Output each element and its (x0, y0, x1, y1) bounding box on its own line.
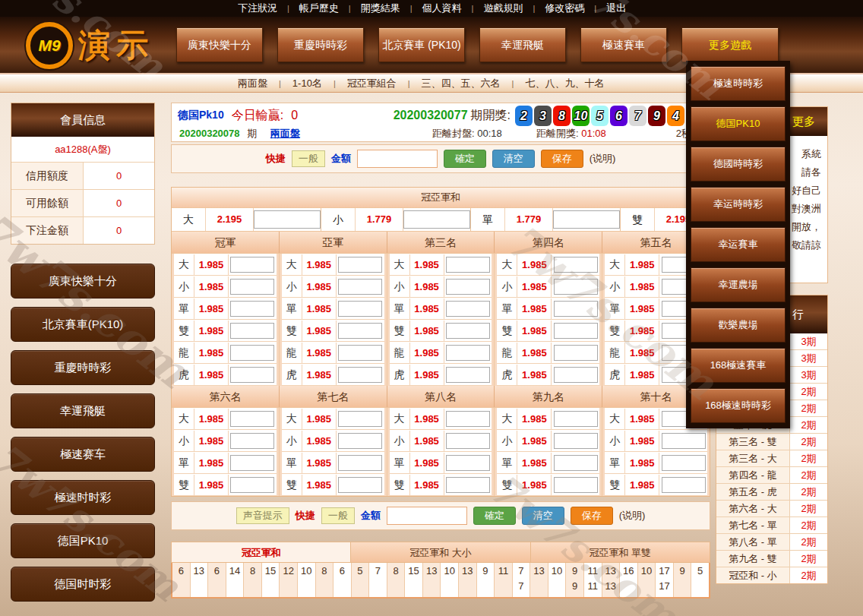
bet-amount-input[interactable] (338, 433, 382, 449)
bet-amount-input[interactable] (554, 301, 598, 317)
bet-amount-input[interactable] (338, 477, 382, 493)
sound-hint-button[interactable]: 声音提示 (236, 507, 289, 524)
amount-input[interactable] (357, 150, 438, 168)
sidebar-game-button[interactable]: 極速赛车 (11, 437, 155, 472)
bet-amount-input[interactable] (230, 433, 274, 449)
top-menu-item[interactable]: 下注狀況 (228, 2, 287, 15)
bet-amount-input[interactable] (662, 455, 706, 471)
dropdown-game-item[interactable]: 德國時時彩 (691, 147, 786, 182)
dropdown-game-item[interactable]: 幸运時時彩 (691, 187, 786, 222)
bet-amount-input[interactable] (230, 279, 274, 295)
sub-nav-item[interactable]: 三、四、五、六名 (410, 77, 512, 90)
bet-amount-input[interactable] (554, 345, 598, 361)
trend-tab[interactable]: 冠亞軍和 單雙 (531, 542, 710, 563)
bet-amount-input[interactable] (338, 301, 382, 317)
sidebar-game-button[interactable]: 幸運飛艇 (11, 393, 155, 428)
trend-tab[interactable]: 冠亞軍和 (171, 542, 351, 563)
bet-amount-input[interactable] (554, 433, 598, 449)
bet-amount-input[interactable] (403, 210, 470, 229)
bet-amount-input[interactable] (662, 433, 706, 449)
board-type-link[interactable]: 兩面盤 (270, 128, 300, 139)
bet-amount-input[interactable] (554, 411, 598, 427)
header-game-button[interactable]: 幸運飛艇 (479, 27, 566, 62)
bet-odds: 1.985 (194, 299, 229, 319)
amount-input[interactable] (387, 507, 467, 525)
header-game-button[interactable]: 更多遊戲 (681, 27, 779, 62)
bet-amount-input[interactable] (554, 455, 598, 471)
bet-amount-input[interactable] (554, 477, 598, 493)
dropdown-game-item[interactable]: 幸運農場 (691, 267, 786, 302)
bet-amount-input[interactable] (446, 279, 490, 295)
dropdown-game-item[interactable]: 168極速時時彩 (691, 388, 786, 423)
clear-button[interactable]: 清空 (522, 507, 564, 525)
sub-nav-item[interactable]: 兩面盤 (226, 77, 279, 90)
bet-amount-input[interactable] (230, 301, 274, 317)
bet-amount-input[interactable] (338, 279, 382, 295)
bet-amount-input[interactable] (446, 345, 490, 361)
bet-amount-input[interactable] (446, 411, 490, 427)
bet-amount-input[interactable] (338, 345, 382, 361)
header-game-button[interactable]: 北京賽車 (PK10) (378, 27, 465, 62)
sidebar-game-button[interactable]: 極速时时彩 (11, 480, 155, 515)
top-menu-item[interactable]: 修改密碼 (535, 2, 594, 15)
bet-amount-input[interactable] (230, 455, 274, 471)
bet-amount-input[interactable] (554, 279, 598, 295)
bet-amount-input[interactable] (446, 301, 490, 317)
sidebar-game-button[interactable]: 北京賽車(PK10) (11, 307, 155, 342)
bet-amount-input[interactable] (338, 323, 382, 339)
sidebar-game-button[interactable]: 重慶時時彩 (11, 350, 155, 385)
save-button[interactable]: 保存 (541, 150, 583, 168)
dropdown-game-item[interactable]: 德国PK10 (691, 106, 786, 141)
bet-amount-input[interactable] (230, 477, 274, 493)
trend-number: 7 (369, 564, 387, 579)
sidebar-game-button[interactable]: 德国时时彩 (11, 567, 155, 602)
dropdown-game-item[interactable]: 歡樂農場 (691, 308, 786, 343)
sidebar-game-button[interactable]: 廣東快樂十分 (11, 264, 155, 299)
bet-amount-input[interactable] (446, 455, 490, 471)
save-button[interactable]: 保存 (571, 507, 613, 525)
bet-amount-input[interactable] (230, 367, 274, 383)
bet-amount-input[interactable] (230, 257, 274, 273)
bet-amount-input[interactable] (338, 455, 382, 471)
top-menu-item[interactable]: 個人資料 (413, 2, 472, 15)
bet-amount-input[interactable] (230, 411, 274, 427)
top-menu-item[interactable]: 遊戲規則 (473, 2, 533, 15)
bet-amount-input[interactable] (554, 257, 598, 273)
bet-amount-input[interactable] (554, 367, 598, 383)
bet-amount-input[interactable] (338, 367, 382, 383)
bet-amount-input[interactable] (446, 477, 490, 493)
clear-button[interactable]: 清空 (492, 150, 535, 168)
bet-amount-input[interactable] (446, 323, 490, 339)
dropdown-game-item[interactable]: 極速時時彩 (691, 66, 786, 101)
bet-amount-input[interactable] (338, 411, 382, 427)
sidebar-game-button[interactable]: 德国PK10 (11, 523, 155, 558)
header-game-button[interactable]: 廣東快樂十分 (176, 27, 263, 62)
bet-amount-input[interactable] (230, 323, 274, 339)
bet-amount-input[interactable] (554, 323, 598, 339)
instructions-link[interactable]: (说明) (590, 152, 616, 166)
bet-amount-input[interactable] (553, 210, 620, 229)
instructions-link[interactable]: (说明) (619, 509, 646, 523)
confirm-button[interactable]: 確定 (444, 150, 486, 168)
bet-amount-input[interactable] (338, 257, 382, 273)
dropdown-game-item[interactable]: 幸运賽車 (691, 227, 786, 262)
top-menu-item[interactable]: 開獎結果 (351, 2, 410, 15)
header-game-button[interactable]: 極速賽車 (580, 27, 667, 62)
dropdown-game-item[interactable]: 168極速賽車 (691, 348, 786, 383)
trend-tab[interactable]: 冠亞軍和 大小 (351, 542, 530, 563)
bet-amount-input[interactable] (662, 477, 706, 493)
top-menu-item[interactable]: 退出 (596, 2, 636, 15)
header-game-button[interactable]: 重慶時時彩 (277, 27, 364, 62)
bet-amount-input[interactable] (254, 210, 321, 229)
sub-nav-item[interactable]: 冠亞軍組合 (336, 77, 408, 90)
confirm-button[interactable]: 確定 (473, 507, 516, 525)
bet-amount-input[interactable] (446, 367, 490, 383)
sub-nav-item[interactable]: 七、八、九、十名 (514, 77, 615, 90)
normal-mode-button[interactable]: 一般 (321, 507, 355, 524)
normal-mode-button[interactable]: 一般 (292, 150, 325, 167)
sub-nav-item[interactable]: 1-10名 (281, 77, 334, 90)
bet-amount-input[interactable] (446, 433, 490, 449)
top-menu-item[interactable]: 帳戶歷史 (289, 2, 349, 15)
bet-amount-input[interactable] (230, 345, 274, 361)
bet-amount-input[interactable] (446, 257, 490, 273)
